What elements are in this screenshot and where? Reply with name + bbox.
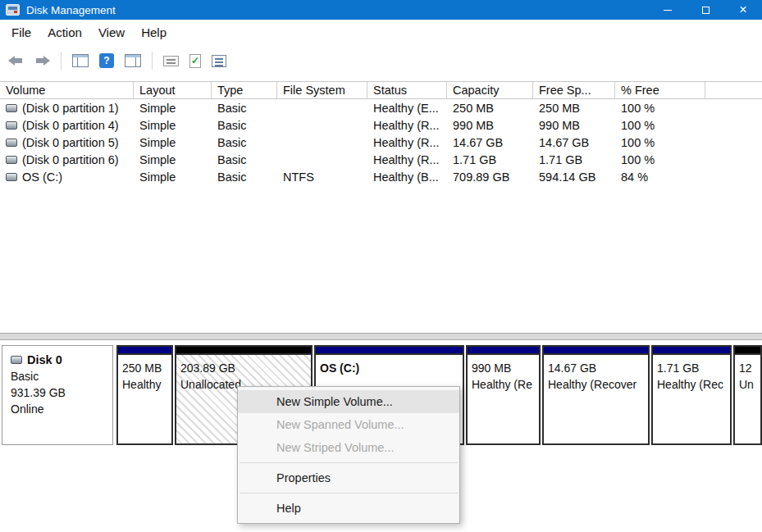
volume-status: Healthy (E... — [367, 99, 447, 116]
partition-unallocated-end[interactable]: 12 Un — [733, 345, 762, 445]
table-row[interactable]: (Disk 0 partition 5) Simple Basic Health… — [0, 134, 762, 151]
column-header-filler — [705, 82, 762, 98]
volume-fs — [277, 134, 367, 151]
partition-recovery-2[interactable]: 14.67 GB Healthy (Recover — [542, 345, 650, 445]
partition-status: Healthy (Recover — [548, 376, 644, 393]
show-console-tree-icon[interactable] — [72, 54, 89, 67]
show-action-pane-icon[interactable] — [125, 54, 141, 67]
volume-name: OS (C:) — [22, 171, 62, 184]
minimize-icon — [664, 10, 672, 11]
maximize-button[interactable] — [687, 0, 724, 20]
forward-icon[interactable] — [34, 55, 50, 66]
volume-fs — [277, 151, 367, 168]
menu-help[interactable]: Help — [133, 22, 175, 43]
volume-layout: Simple — [134, 151, 212, 168]
partition-color-strip — [544, 347, 648, 355]
partition-status: Un — [739, 376, 756, 393]
toolbar-separator — [61, 52, 62, 70]
volume-free: 594.14 GB — [533, 168, 615, 185]
volume-type: Basic — [212, 168, 277, 185]
partition-recovery-3[interactable]: 1.71 GB Healthy (Rec — [651, 345, 732, 445]
disk-status: Online — [11, 402, 112, 416]
pane-splitter[interactable] — [0, 333, 762, 340]
column-header-file-system[interactable]: File System — [277, 82, 367, 98]
toolbar-separator — [152, 52, 153, 70]
table-row[interactable]: (Disk 0 partition 6) Simple Basic Health… — [0, 151, 762, 168]
partition-size: 990 MB — [472, 360, 535, 376]
partition-efi[interactable]: 250 MB Healthy — [116, 345, 173, 445]
context-menu: New Simple Volume... New Spanned Volume.… — [237, 386, 460, 524]
window-title: Disk Management — [26, 4, 116, 16]
disk-name: Disk 0 — [27, 353, 62, 366]
partition-recovery-1[interactable]: 990 MB Healthy (Re — [466, 345, 541, 445]
column-header-type[interactable]: Type — [212, 82, 277, 98]
titlebar: Disk Management × — [0, 0, 762, 20]
volume-capacity: 709.89 GB — [447, 168, 533, 185]
minimize-button[interactable] — [649, 0, 687, 20]
menu-item-properties[interactable]: Properties — [238, 466, 459, 489]
partition-status: Healthy (Re — [472, 376, 535, 393]
volume-status: Healthy (B... — [367, 168, 447, 185]
back-icon[interactable] — [8, 55, 24, 66]
column-header-capacity[interactable]: Capacity — [447, 82, 533, 98]
table-row[interactable]: (Disk 0 partition 1) Simple Basic Health… — [0, 99, 762, 116]
help-icon[interactable] — [99, 53, 114, 68]
column-header-status[interactable]: Status — [367, 82, 447, 98]
volume-capacity: 1.71 GB — [447, 151, 533, 168]
volume-name: (Disk 0 partition 4) — [22, 119, 119, 132]
volume-list-header: Volume Layout Type File System Status Ca… — [0, 81, 762, 99]
volume-type: Basic — [212, 116, 277, 134]
volume-free: 250 MB — [533, 99, 615, 116]
disk-icon — [11, 356, 22, 364]
volume-capacity: 250 MB — [447, 99, 533, 116]
disk-management-window: Disk Management × File Action View Help … — [0, 0, 762, 532]
volume-type: Basic — [212, 151, 277, 168]
menu-action[interactable]: Action — [39, 22, 90, 43]
disk-management-app-icon — [6, 4, 20, 16]
column-header-free-space[interactable]: Free Sp... — [533, 82, 615, 98]
volume-status: Healthy (R... — [367, 134, 447, 151]
column-header-volume[interactable]: Volume — [0, 82, 134, 98]
table-row[interactable]: OS (C:) Simple Basic NTFS Healthy (B... … — [0, 168, 762, 185]
menubar: File Action View Help — [0, 20, 762, 45]
partition-color-strip — [653, 347, 730, 355]
volume-layout: Simple — [134, 116, 212, 134]
column-header-pct-free[interactable]: % Free — [615, 82, 705, 98]
volume-free: 1.71 GB — [533, 151, 615, 168]
partition-size: 250 MB — [122, 360, 167, 376]
partition-label: OS (C:) — [320, 360, 459, 376]
volume-layout: Simple — [134, 168, 212, 185]
volume-type: Basic — [212, 134, 277, 151]
volume-status: Healthy (R... — [367, 116, 447, 134]
menu-view[interactable]: View — [90, 22, 133, 43]
console-message-icon[interactable] — [163, 56, 179, 66]
menu-item-new-simple-volume[interactable]: New Simple Volume... — [238, 390, 459, 413]
partition-color-strip — [316, 347, 463, 355]
menu-separator — [240, 493, 458, 493]
partition-size: 1.71 GB — [657, 360, 726, 376]
partition-color-strip — [176, 347, 311, 355]
disk-size: 931.39 GB — [11, 386, 112, 399]
volume-layout: Simple — [134, 99, 212, 116]
disk0-label-region[interactable]: Disk 0 Basic 931.39 GB Online — [2, 345, 113, 445]
menu-item-help[interactable]: Help — [238, 497, 459, 520]
volume-fs: NTFS — [277, 168, 367, 185]
close-button[interactable]: × — [724, 0, 762, 20]
volume-pct-free: 100 % — [615, 116, 705, 134]
maximize-icon — [702, 7, 710, 14]
volume-icon — [6, 156, 17, 164]
list-view-icon[interactable] — [212, 55, 226, 67]
volume-fs — [277, 99, 367, 116]
toolbar — [0, 45, 762, 76]
volume-list-pane: Volume Layout Type File System Status Ca… — [0, 81, 762, 333]
volume-free: 14.67 GB — [533, 134, 615, 151]
check-document-icon[interactable] — [189, 54, 201, 68]
partition-status: Healthy (Rec — [657, 376, 726, 393]
volume-capacity: 990 MB — [447, 116, 533, 134]
volume-status: Healthy (R... — [367, 151, 447, 168]
menu-file[interactable]: File — [3, 22, 39, 43]
volume-name: (Disk 0 partition 1) — [22, 102, 119, 115]
column-header-layout[interactable]: Layout — [134, 82, 212, 98]
volume-icon — [6, 173, 17, 181]
table-row[interactable]: (Disk 0 partition 4) Simple Basic Health… — [0, 116, 762, 134]
